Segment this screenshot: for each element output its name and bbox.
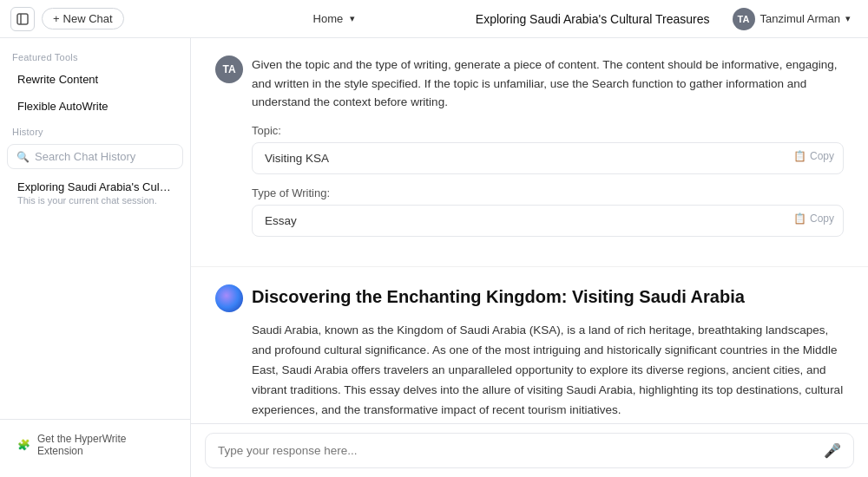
sidebar-bottom: 🧩 Get the HyperWrite Extension: [0, 419, 190, 470]
sidebar-item-autowrite[interactable]: Flexible AutoWrite: [5, 94, 185, 119]
user-message-avatar: TA: [215, 56, 243, 83]
writing-field-box: 📋 Copy Essay: [252, 205, 844, 237]
copy-writing-button[interactable]: 📋 Copy: [793, 212, 834, 225]
rewrite-label: Rewrite Content: [17, 73, 98, 86]
history-label: History: [0, 120, 190, 140]
search-chat-input[interactable]: 🔍 Search Chat History: [7, 144, 183, 169]
extension-label: Get the HyperWrite Extension: [37, 433, 173, 457]
home-label: Home: [313, 12, 344, 25]
content-area: TA Given the topic and the type of writi…: [191, 38, 868, 477]
ai-response-block: Discovering the Enchanting Kingdom: Visi…: [191, 267, 868, 423]
copy-topic-button[interactable]: 📋 Copy: [793, 150, 834, 162]
sidebar-item-rewrite[interactable]: Rewrite Content: [5, 67, 185, 92]
page-title: Exploring Saudi Arabia's Cultural Treasu…: [476, 12, 710, 26]
ai-paragraph-1: Saudi Arabia, known as the Kingdom of Sa…: [252, 321, 844, 421]
message-content: Given the topic and the type of writing,…: [252, 56, 844, 249]
ai-orb-icon: [215, 284, 243, 312]
prompt-text: Given the topic and the type of writing,…: [252, 56, 844, 112]
mic-icon[interactable]: 🎤: [824, 442, 841, 459]
history-item-title: Exploring Saudi Arabia's Cultre...: [17, 180, 173, 193]
home-button[interactable]: Home ▾: [306, 9, 363, 29]
chat-messages: TA Given the topic and the type of writi…: [191, 38, 868, 423]
extension-button[interactable]: 🧩 Get the HyperWrite Extension: [9, 427, 181, 463]
topic-label: Topic:: [252, 124, 844, 137]
writing-type-label: Type of Writing:: [252, 186, 844, 199]
ai-content: Discovering the Enchanting Kingdom: Visi…: [252, 284, 844, 423]
user-menu-button[interactable]: TA Tanzimul Arman ▾: [726, 4, 858, 34]
user-initials: TA: [738, 14, 750, 24]
avatar: TA: [733, 8, 755, 30]
sidebar: Featured Tools Rewrite Content Flexible …: [0, 38, 191, 477]
user-avatar-initials: TA: [222, 63, 235, 75]
svg-rect-0: [17, 14, 28, 24]
puzzle-icon: 🧩: [17, 439, 30, 451]
new-chat-button[interactable]: + New Chat: [42, 8, 124, 29]
copy-topic-label: Copy: [810, 150, 834, 162]
featured-tools-label: Featured Tools: [0, 45, 190, 66]
autowrite-label: Flexible AutoWrite: [17, 100, 108, 113]
plus-icon: +: [53, 12, 60, 25]
history-item-subtitle: This is your current chat session.: [17, 195, 173, 206]
topic-value: Visiting KSA: [265, 152, 831, 165]
search-icon: 🔍: [16, 151, 30, 163]
topic-field-box: 📋 Copy Visiting KSA: [252, 142, 844, 174]
chevron-down-icon: ▾: [350, 13, 355, 24]
input-inner: 🎤: [205, 433, 854, 468]
user-message-block: TA Given the topic and the type of writi…: [191, 38, 868, 267]
sidebar-toggle-button[interactable]: [10, 7, 35, 31]
user-chevron-icon: ▾: [845, 13, 851, 24]
history-item[interactable]: Exploring Saudi Arabia's Cultre... This …: [5, 173, 185, 212]
copy-icon2: 📋: [793, 212, 806, 225]
user-name: Tanzimul Arman: [760, 12, 840, 25]
new-chat-label: New Chat: [63, 12, 113, 25]
copy-writing-label: Copy: [810, 212, 834, 225]
ai-response-title: Discovering the Enchanting Kingdom: Visi…: [252, 284, 844, 309]
input-bar: 🎤: [191, 423, 868, 477]
copy-icon: 📋: [793, 150, 806, 162]
writing-value: Essay: [265, 214, 831, 227]
search-placeholder: Search Chat History: [35, 150, 135, 163]
chat-input[interactable]: [218, 444, 817, 457]
